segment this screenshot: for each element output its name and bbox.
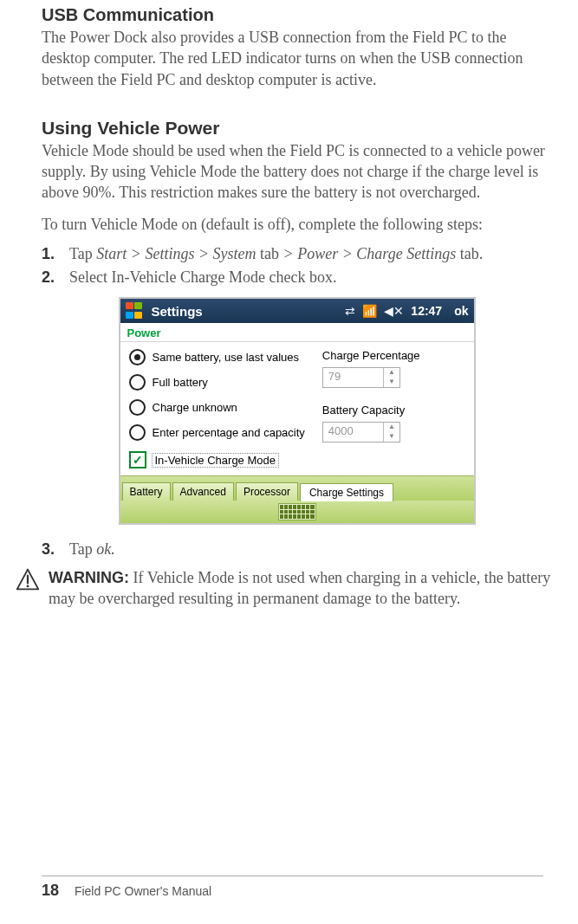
radio-label: Full battery: [153, 376, 208, 389]
radio-icon: [129, 399, 146, 416]
spin-down-icon[interactable]: ▼: [384, 432, 399, 442]
heading-usb: USB Communication: [42, 5, 552, 25]
radio-label: Charge unknown: [153, 401, 237, 414]
embedded-screenshot: Settings ⇄ 📶 ◀✕ 12:47 ok Power Same batt…: [119, 297, 476, 525]
radio-full-battery[interactable]: Full battery: [129, 374, 305, 391]
radio-enter-capacity[interactable]: Enter percentage and capacity: [129, 424, 305, 441]
in-vehicle-checkbox-row[interactable]: ✓ In-Vehicle Charge Mode: [129, 451, 465, 468]
radio-label: Enter percentage and capacity: [153, 426, 305, 439]
step-3: Tap ok.: [42, 540, 552, 559]
page-footer: 18 Field PC Owner's Manual: [42, 876, 543, 900]
step-1-d: > Power > Charge Settings: [279, 245, 460, 262]
battery-capacity-value: 4000: [323, 423, 383, 442]
tab-processor[interactable]: Processor: [236, 482, 298, 501]
warning-text: WARNING: If Vehicle Mode is not used whe…: [49, 567, 552, 610]
radio-charge-unknown[interactable]: Charge unknown: [129, 399, 305, 416]
step-3-b: ok.: [96, 540, 115, 558]
step-1: Tap Start > Settings > System tab > Powe…: [42, 245, 552, 263]
body-vehicle-2: To turn Vehicle Mode on (default is off)…: [42, 214, 552, 235]
volume-icon[interactable]: ◀✕: [384, 304, 404, 318]
titlebar: Settings ⇄ 📶 ◀✕ 12:47 ok: [120, 299, 474, 323]
body-usb: The Power Dock also provides a USB conne…: [42, 27, 552, 90]
keyboard-icon[interactable]: [278, 503, 316, 520]
heading-vehicle: Using Vehicle Power: [42, 118, 552, 139]
svg-point-2: [27, 585, 29, 588]
footer-title: Field PC Owner's Manual: [75, 884, 211, 898]
tab-charge-settings[interactable]: Charge Settings: [300, 483, 393, 501]
tab-battery[interactable]: Battery: [122, 482, 171, 501]
connectivity-icon[interactable]: ⇄: [345, 304, 355, 318]
radio-same-battery[interactable]: Same battery, use last values: [129, 349, 305, 365]
checkbox-icon: ✓: [129, 451, 146, 468]
page-number: 18: [42, 882, 59, 899]
step-2-a: Select: [69, 268, 111, 286]
tab-advanced[interactable]: Advanced: [172, 482, 234, 501]
radio-icon: [129, 374, 146, 391]
battery-capacity-field[interactable]: 4000 ▲▼: [322, 422, 400, 443]
battery-capacity-label: Battery Capacity: [322, 404, 420, 417]
warning-label: WARNING:: [49, 569, 129, 586]
step-1-c: tab: [260, 245, 279, 262]
step-2-b: In-Vehicle Charge Mode: [111, 268, 269, 286]
tab-bar: Battery Advanced Processor Charge Settin…: [120, 475, 474, 501]
applet-title: Power: [120, 323, 474, 342]
radio-icon: [129, 349, 146, 365]
clock: 12:47: [411, 304, 442, 318]
spin-down-icon[interactable]: ▼: [384, 378, 399, 387]
step-1-a: Tap: [69, 245, 96, 262]
charge-percentage-label: Charge Percentage: [322, 349, 420, 362]
spin-up-icon[interactable]: ▲: [384, 368, 399, 378]
body-vehicle-1: Vehicle Mode should be used when the Fie…: [42, 140, 552, 204]
radio-icon: [129, 424, 146, 441]
step-1-e: tab.: [460, 245, 484, 262]
signal-icon[interactable]: 📶: [362, 304, 377, 318]
warning-icon: [16, 567, 40, 595]
charge-percentage-field[interactable]: 79 ▲▼: [322, 367, 400, 388]
step-2-c: check box.: [270, 268, 337, 286]
radio-label: Same battery, use last values: [153, 351, 300, 364]
sip-bar: [120, 501, 474, 523]
step-1-b: Start > Settings > System: [96, 245, 260, 262]
window-title: Settings: [152, 304, 203, 319]
step-2: Select In-Vehicle Charge Mode check box.: [42, 268, 552, 287]
spin-up-icon[interactable]: ▲: [384, 423, 399, 432]
charge-percentage-value: 79: [323, 368, 383, 387]
ok-button[interactable]: ok: [454, 304, 468, 318]
checkbox-label: In-Vehicle Charge Mode: [152, 453, 279, 468]
start-icon[interactable]: [126, 302, 145, 320]
step-3-a: Tap: [69, 540, 96, 558]
